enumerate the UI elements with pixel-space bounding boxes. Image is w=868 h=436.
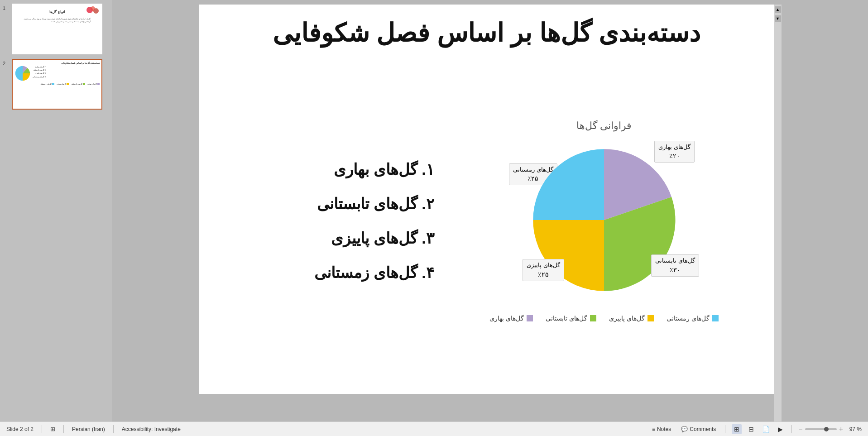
legend-row: گل‌های زمستانی گل‌های پاییزی گل‌های تابس… [489, 315, 719, 322]
thumb-2-content: ۱. گل‌های بهاری ۲. گل‌های تابستانی ۳. گل… [14, 65, 100, 81]
list-item-3: ۳. گل‌های پاییزی [217, 229, 434, 247]
thumb-1-title: انواع گل‌ها [49, 10, 64, 14]
slide-sorter-icon: ⊟ [748, 426, 754, 433]
legend-box-autumn [647, 315, 654, 321]
list-item-4: ۴. گل‌های زمستانی [217, 264, 434, 282]
divider-4 [725, 425, 725, 433]
legend-item-autumn: گل‌های پاییزی [609, 315, 654, 322]
slide-content: دسته‌بندی گل‌ها بر اساس فصل شکوفایی فراو… [199, 5, 774, 394]
chart-title: فراوانی گل‌ها [576, 120, 632, 132]
list-item-1: ۱. گل‌های بهاری [217, 160, 434, 178]
pie-chart-wrapper: گل‌های بهاری ٪۲۰ گل‌های زمستانی ٪۲۵ [500, 136, 708, 308]
label-summer: گل‌های تابستانی ٪۳۰ [651, 254, 699, 277]
legend-item-spring: گل‌های بهاری [489, 315, 533, 322]
notes-button[interactable]: ≡ Notes [649, 425, 674, 433]
fit-slide-icon: ⊞ [50, 426, 55, 432]
divider-3 [113, 425, 114, 433]
label-autumn: گل‌های پاییزی ٪۲۵ [523, 259, 564, 281]
zoom-slider[interactable] [805, 428, 837, 430]
slide-2-number: 2 [3, 59, 9, 66]
thumb-1-text: گل‌ها با رنگ‌ها و شکل‌های متنوع، همواره … [23, 18, 91, 23]
slide-thumb-1-container: 1 انواع گل‌ها گل‌ها با رنگ‌ها و شکل‌های … [3, 4, 110, 54]
slide-title: دسته‌بندی گل‌ها بر اساس فصل شکوفایی [273, 18, 701, 48]
main-slide-area: دسته‌بندی گل‌ها بر اساس فصل شکوفایی فراو… [112, 0, 868, 422]
status-right: ≡ Notes 💬 Comments ⊞ ⊟ 📄 ▶ − + 97 % [576, 424, 862, 434]
legend-item-winter: گل‌های زمستانی [667, 315, 719, 322]
divider-2 [63, 425, 64, 433]
zoom-thumb [824, 427, 829, 431]
slide-body: فراوانی گل‌ها گل‌های بهاری ٪۲۰ گل‌های زم… [217, 57, 756, 385]
legend-item-summer: گل‌های تابستانی [546, 315, 596, 322]
legend-box-summer [590, 315, 596, 321]
divider-1 [42, 425, 42, 433]
slide-thumb-2-container: 2 دسته‌بندی گل‌ها بر اساس فصل شکوفایی [3, 59, 110, 110]
comments-icon: 💬 [681, 426, 688, 432]
chart-section: فراوانی گل‌ها گل‌های بهاری ٪۲۰ گل‌های زم… [452, 120, 756, 322]
app-container: 1 انواع گل‌ها گل‌ها با رنگ‌ها و شکل‌های … [0, 0, 868, 422]
reading-view-icon: 📄 [762, 426, 770, 433]
normal-view-button[interactable]: ⊞ [732, 424, 742, 434]
slide-sorter-button[interactable]: ⊟ [746, 424, 756, 434]
slide-1-number: 1 [3, 4, 9, 11]
zoom-level[interactable]: 97 % [845, 426, 862, 432]
accessibility[interactable]: Accessibility: Investigate [122, 426, 181, 432]
slideshow-icon: ▶ [778, 426, 783, 433]
slides-panel: 1 انواع گل‌ها گل‌ها با رنگ‌ها و شکل‌های … [0, 0, 112, 422]
comments-button[interactable]: 💬 Comments [678, 425, 719, 433]
notes-icon: ≡ [652, 426, 655, 432]
thumb-2-title: دسته‌بندی گل‌ها بر اساس فصل شکوفایی [14, 62, 100, 64]
scroll-down-arrow[interactable]: ▼ [775, 15, 781, 22]
slide-thumb-1[interactable]: انواع گل‌ها گل‌ها با رنگ‌ها و شکل‌های مت… [12, 4, 102, 54]
status-left: Slide 2 of 2 ⊞ Persian (Iran) Accessibil… [6, 425, 292, 433]
slideshow-button[interactable]: ▶ [775, 424, 785, 434]
thumb-2-legend: گل‌های بهاری گل‌های تابستانی گل‌های پایی… [14, 83, 100, 85]
thumb-1-flowers [86, 6, 100, 16]
list-section: ۱. گل‌های بهاری ۲. گل‌های تابستانی ۳. گل… [217, 160, 452, 282]
right-scrollbar: ▲ ▼ [774, 5, 782, 422]
reading-view-button[interactable]: 📄 [761, 424, 771, 434]
zoom-area: − + 97 % [798, 426, 862, 433]
legend-box-spring [527, 315, 533, 321]
svg-point-2 [91, 6, 95, 11]
slide-info: Slide 2 of 2 [6, 426, 34, 432]
thumb-2-list: ۱. گل‌های بهاری ۲. گل‌های تابستانی ۳. گل… [33, 65, 46, 78]
divider-5 [791, 425, 792, 433]
scroll-up-arrow[interactable]: ▲ [775, 6, 781, 13]
slide-thumb-2[interactable]: دسته‌بندی گل‌ها بر اساس فصل شکوفایی [12, 59, 102, 110]
legend-box-winter [712, 315, 719, 321]
normal-view-icon: ⊞ [734, 426, 739, 433]
status-bar: Slide 2 of 2 ⊞ Persian (Iran) Accessibil… [0, 422, 868, 436]
language: Persian (Iran) [72, 426, 105, 432]
thumb-2-pie [14, 65, 31, 81]
zoom-in-button[interactable]: + [839, 426, 843, 433]
list-item-2: ۲. گل‌های تابستانی [217, 195, 434, 213]
zoom-out-button[interactable]: − [798, 426, 802, 433]
